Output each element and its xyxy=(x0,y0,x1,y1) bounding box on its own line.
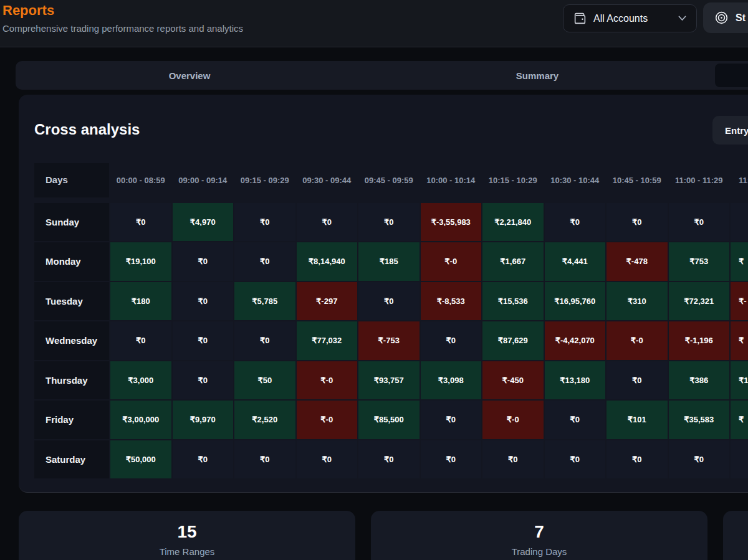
pnl-cell: ₹5,785 xyxy=(234,282,295,321)
pnl-cell: ₹0 xyxy=(173,440,234,479)
tab-active-pill[interactable] xyxy=(715,64,748,87)
pnl-cell: ₹-4,42,070 xyxy=(545,321,606,360)
day-label: Friday xyxy=(34,401,109,439)
pnl-cell xyxy=(731,203,748,242)
chevron-down-icon xyxy=(678,16,686,21)
stat-value: 15 xyxy=(177,522,196,542)
pnl-cell: ₹0 xyxy=(297,440,358,479)
account-selector-label: All Accounts xyxy=(593,13,671,24)
pnl-cell: ₹9,970 xyxy=(173,401,234,439)
pnl-cell: ₹180 xyxy=(110,282,171,321)
pnl-cell: ₹0 xyxy=(173,361,234,400)
pnl-cell: ₹0 xyxy=(482,440,544,479)
stat-card-time-ranges: 15 Time Ranges xyxy=(19,511,355,560)
day-label: Wednesday xyxy=(34,321,109,360)
pnl-cell: ₹-297 xyxy=(297,282,358,321)
pnl-cell: ₹3,098 xyxy=(421,361,482,400)
cross-table: Days00:00 - 08:5909:00 - 09:1409:15 - 09… xyxy=(34,163,748,478)
pnl-cell: ₹ xyxy=(731,242,748,281)
pnl-cell: ₹0 xyxy=(358,203,420,242)
stat-label: Trading Days xyxy=(512,546,567,557)
entry-time-button[interactable]: Entry xyxy=(712,116,748,145)
pnl-cell: ₹19,100 xyxy=(110,242,171,281)
days-column-header: Days xyxy=(34,163,109,197)
pnl-cell: ₹0 xyxy=(545,440,606,479)
target-icon xyxy=(714,11,729,25)
time-range-header: 10:00 - 10:14 xyxy=(421,163,482,197)
pnl-cell: ₹-0 xyxy=(297,361,358,400)
pnl-cell: ₹185 xyxy=(358,242,420,281)
pnl-cell: ₹-8,533 xyxy=(421,282,482,321)
pnl-cell: ₹50,000 xyxy=(110,440,171,479)
day-label: Monday xyxy=(34,242,109,281)
pnl-cell: ₹0 xyxy=(607,361,668,400)
pnl-cell: ₹-1,196 xyxy=(669,321,730,360)
time-range-header: 10:45 - 10:59 xyxy=(607,163,668,197)
pnl-cell: ₹0 xyxy=(669,203,730,242)
tab-summary[interactable]: Summary xyxy=(363,61,711,90)
pnl-cell: ₹-0 xyxy=(297,401,358,439)
pnl-cell: ₹2,520 xyxy=(234,401,295,439)
pnl-cell: ₹-3,55,983 xyxy=(421,203,482,242)
wallet-icon xyxy=(573,12,587,25)
report-tabs: Overview Summary xyxy=(16,61,748,90)
strategy-button-label: St xyxy=(736,12,746,24)
pnl-cell: ₹0 xyxy=(173,321,234,360)
pnl-cell: ₹0 xyxy=(234,242,295,281)
stat-card-partial xyxy=(723,511,748,560)
pnl-cell: ₹15,536 xyxy=(482,282,544,321)
pnl-cell: ₹8,14,940 xyxy=(297,242,358,281)
stat-label: Time Ranges xyxy=(160,546,215,557)
page-title: Reports xyxy=(2,2,54,19)
time-range-header: 00:00 - 08:59 xyxy=(110,163,171,197)
tab-overview[interactable]: Overview xyxy=(16,61,363,90)
pnl-cell: ₹1 xyxy=(731,361,748,400)
cross-analysis-card: Cross analysis Entry Days00:00 - 08:5909… xyxy=(19,95,748,493)
time-range-header: 10:30 - 10:44 xyxy=(545,163,606,197)
time-range-header: 09:45 - 09:59 xyxy=(358,163,420,197)
pnl-cell: ₹0 xyxy=(234,321,295,360)
stat-value: 7 xyxy=(534,522,544,542)
page-header: Reports Comprehensive trading performanc… xyxy=(0,0,748,47)
strategy-button[interactable]: St xyxy=(703,2,748,33)
pnl-cell: ₹0 xyxy=(545,203,606,242)
pnl-cell: ₹0 xyxy=(297,203,358,242)
day-label: Saturday xyxy=(34,440,109,479)
stat-card-trading-days: 7 Trading Days xyxy=(371,511,707,560)
pnl-cell: ₹93,757 xyxy=(358,361,420,400)
pnl-cell: ₹386 xyxy=(669,361,730,400)
pnl-cell: ₹-478 xyxy=(607,242,668,281)
time-range-header: 11: xyxy=(731,163,748,197)
pnl-cell: ₹77,032 xyxy=(297,321,358,360)
pnl-cell: ₹-0 xyxy=(482,401,544,439)
pnl-cell: ₹13,180 xyxy=(545,361,606,400)
pnl-cell: ₹4,441 xyxy=(545,242,606,281)
pnl-cell: ₹ xyxy=(731,401,748,439)
pnl-cell: ₹-0 xyxy=(421,242,482,281)
pnl-cell: ₹-450 xyxy=(482,361,544,400)
pnl-cell: ₹3,00,000 xyxy=(110,401,171,439)
pnl-cell: ₹2,21,840 xyxy=(482,203,544,242)
account-selector[interactable]: All Accounts xyxy=(563,4,697,32)
pnl-cell: ₹0 xyxy=(110,321,171,360)
pnl-cell: ₹4,970 xyxy=(173,203,234,242)
pnl-cell: ₹0 xyxy=(669,440,730,479)
day-label: Thursday xyxy=(34,361,109,400)
pnl-cell: ₹101 xyxy=(607,401,668,439)
pnl-cell: ₹50 xyxy=(234,361,295,400)
cross-analysis-title: Cross analysis xyxy=(34,121,140,138)
time-range-header: 11:00 - 11:29 xyxy=(669,163,730,197)
pnl-cell: ₹0 xyxy=(358,440,420,479)
day-label: Sunday xyxy=(34,203,109,242)
pnl-cell: ₹- xyxy=(731,282,748,321)
pnl-cell: ₹85,500 xyxy=(358,401,420,439)
pnl-cell: ₹-0 xyxy=(607,321,668,360)
pnl-cell: ₹0 xyxy=(173,282,234,321)
pnl-cell: ₹0 xyxy=(173,242,234,281)
pnl-cell: ₹0 xyxy=(421,440,482,479)
pnl-cell: ₹0 xyxy=(234,203,295,242)
time-range-header: 10:15 - 10:29 xyxy=(482,163,544,197)
pnl-cell: ₹72,321 xyxy=(669,282,730,321)
pnl-cell xyxy=(731,440,748,479)
pnl-cell: ₹0 xyxy=(545,401,606,439)
